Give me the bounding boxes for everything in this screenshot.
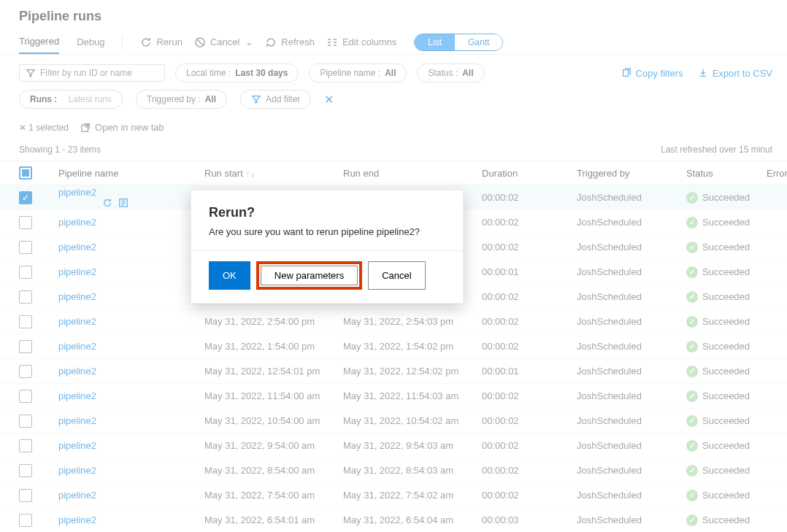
dialog-buttons: OK New parameters Cancel [191,250,463,303]
new-parameters-button[interactable]: New parameters [261,266,358,285]
dialog-body: Are you sure you want to rerun pipeline … [191,226,463,250]
ok-button[interactable]: OK [209,261,250,290]
dialog-title: Rerun? [191,190,463,226]
highlight-box: New parameters [256,261,362,290]
dialog-cancel-button[interactable]: Cancel [368,261,425,290]
rerun-dialog: Rerun? Are you sure you want to rerun pi… [191,190,464,304]
